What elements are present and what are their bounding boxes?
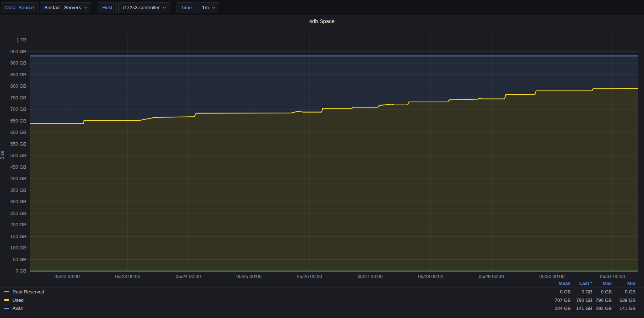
y-axis-tick-label: 800 GB — [10, 83, 26, 89]
x-axis-tick-label: 05/29 00:00 — [479, 274, 504, 279]
y-axis-tick-label: 50 GB — [13, 257, 26, 262]
legend-header-max[interactable]: Max — [592, 281, 612, 286]
legend-row: Used707 GB790 GB790 GB639 GB — [0, 296, 644, 304]
legend-stat-mean: 0 GB — [548, 289, 571, 295]
legend-header-last[interactable]: Last * — [571, 281, 592, 286]
y-axis-tick-label: 550 GB — [10, 141, 26, 147]
legend-series-label[interactable]: Root Reserved — [0, 289, 548, 295]
y-axis-tick-label: 900 GB — [10, 60, 26, 66]
y-axis-tick-label: 500 GB — [10, 153, 26, 158]
legend-series-name: Root Reserved — [12, 289, 44, 295]
x-axis-tick-label: 05/26 00:00 — [297, 274, 322, 279]
legend-series-swatch-icon — [4, 299, 9, 301]
legend-series-label[interactable]: Avail — [0, 306, 548, 311]
legend-stat-mean: 707 GB — [548, 297, 571, 303]
y-axis-tick-label: 1 TB — [16, 37, 26, 43]
legend-stat-mean: 224 GB — [548, 306, 571, 311]
y-axis-title: Size — [0, 147, 5, 163]
x-axis-tick-label: 05/30 00:00 — [539, 274, 565, 279]
legend-table: Mean Last * Max Min Root Reserved0 GB0 G… — [0, 279, 644, 312]
legend-header-mean[interactable]: Mean — [548, 281, 571, 286]
legend-series-swatch-icon — [4, 308, 9, 309]
y-axis-tick-label: 700 GB — [10, 106, 26, 112]
y-axis-tick-label: 250 GB — [10, 211, 26, 216]
x-axis-tick-label: 05/22 00:00 — [55, 274, 80, 279]
legend-stat-last: 790 GB — [571, 297, 592, 303]
legend-stat-last: 141 GB — [571, 306, 592, 311]
y-axis-tick-label: 150 GB — [10, 234, 26, 239]
y-axis-tick-label: 400 GB — [10, 176, 26, 181]
x-axis-tick-label: 05/27 00:00 — [358, 274, 383, 279]
y-axis-tick-label: 450 GB — [10, 164, 26, 170]
legend-stat-max: 0 GB — [592, 289, 612, 295]
legend-stat-min: 639 GB — [612, 297, 636, 303]
legend-series-swatch-icon — [4, 291, 9, 292]
legend-stat-min: 141 GB — [612, 306, 636, 311]
chart-svg[interactable]: 0 GB50 GB100 GB150 GB200 GB250 GB300 GB3… — [0, 0, 644, 318]
y-axis-tick-label: 600 GB — [10, 129, 26, 135]
legend-series-label[interactable]: Used — [0, 297, 548, 303]
legend-header-row: Mean Last * Max Min — [0, 279, 644, 287]
y-axis-tick-label: 200 GB — [10, 222, 26, 227]
x-axis-tick-label: 05/25 00:00 — [236, 274, 262, 279]
y-axis-tick-label: 650 GB — [10, 118, 26, 124]
legend-stat-max: 292 GB — [592, 306, 612, 311]
y-axis-tick-label: 100 GB — [10, 245, 26, 251]
x-axis-tick-label: 05/28 00:00 — [418, 274, 443, 279]
legend-stat-min: 0 GB — [612, 289, 636, 295]
legend-header-min[interactable]: Min — [612, 281, 636, 286]
y-axis-tick-label: 300 GB — [10, 199, 26, 204]
y-axis-tick-label: 950 GB — [10, 49, 26, 54]
y-axis-tick-label: 0 GB — [15, 268, 26, 274]
legend-row: Root Reserved0 GB0 GB0 GB0 GB — [0, 287, 644, 296]
x-axis-tick-label: 05/31 00:00 — [600, 274, 625, 279]
x-axis-tick-label: 05/23 00:00 — [115, 274, 140, 279]
legend-series-name: Used — [12, 297, 23, 303]
legend-series-name: Avail — [12, 306, 23, 311]
y-axis-tick-label: 850 GB — [10, 72, 26, 77]
legend-stat-max: 790 GB — [592, 297, 612, 303]
legend-row: Avail224 GB141 GB292 GB141 GB — [0, 304, 644, 312]
x-axis-tick-label: 05/24 00:00 — [176, 274, 201, 279]
y-axis-tick-label: 750 GB — [10, 95, 26, 100]
legend-stat-last: 0 GB — [571, 289, 592, 295]
y-axis-tick-label: 350 GB — [10, 187, 26, 193]
